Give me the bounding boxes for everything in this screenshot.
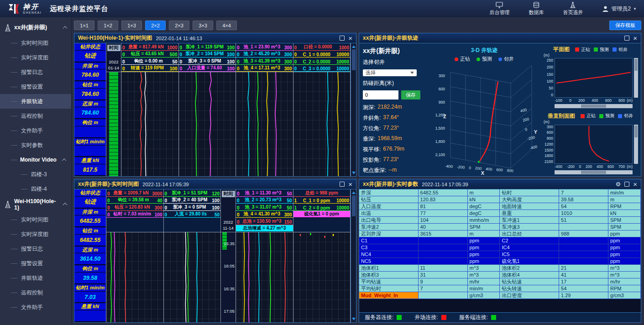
scroll-up-icon[interactable] — [352, 191, 356, 194]
tree-line — [11, 72, 17, 73]
trajectory-stat: 靶点垂深: --m — [363, 167, 429, 174]
nav-backend-management[interactable]: 后台管理 — [489, 2, 509, 16]
expand-icon[interactable] — [624, 182, 629, 187]
layout-button[interactable]: 3×3 — [193, 21, 213, 30]
connection-status: 服务器连接: — [365, 314, 402, 321]
sidebar-item[interactable]: 报警日志 — [0, 241, 71, 256]
plot-3d-title: 3-D 井轨迹 — [471, 47, 498, 54]
nav-database[interactable]: 数据库 — [529, 2, 544, 16]
tree-line — [11, 307, 17, 308]
tree-line — [11, 116, 17, 116]
param-name: 池体积3 — [359, 272, 419, 278]
sidebar-monitor-video[interactable]: Monitor Video — [0, 152, 71, 167]
horizontal-scrollbar[interactable] — [555, 104, 633, 108]
axis-tick: 200 — [547, 65, 553, 69]
sidebar-item[interactable]: 文件助手 — [0, 123, 71, 138]
layout-button[interactable]: 1×1 — [74, 21, 94, 30]
param-value: 17 — [559, 278, 608, 285]
param-unit: m^3 — [468, 272, 500, 278]
sidebar-item[interactable]: 报警日志 — [0, 65, 71, 79]
parameter-value: 6482.55 — [74, 235, 106, 246]
sidebar-item[interactable]: 远程控制 — [0, 109, 71, 123]
panel-header: xx井(新井眼)-实时时间图 2022-11-14 17:05:39 × — [74, 179, 356, 189]
param-unit: SPM — [468, 224, 500, 231]
sidebar-item[interactable]: 井眼轨迹 — [0, 94, 71, 109]
param-unit: ppm — [608, 251, 641, 258]
channel-header: 0 悬重 = 1009.7 kN 3000 — [106, 189, 163, 197]
axis-tick: 400 — [592, 98, 598, 103]
sidebar-item[interactable]: 报警设置 — [0, 79, 71, 94]
close-icon[interactable]: × — [348, 181, 352, 188]
sidebar-item[interactable]: 文件助手 — [0, 300, 71, 315]
panel-header: xx井(新井眼)-实时参数 2022-11-14 17:05:39 ⚙ × — [359, 179, 641, 189]
gear-icon[interactable]: ⚙ — [616, 181, 621, 187]
param-unit: kN — [608, 210, 641, 217]
save-template-button[interactable]: 保存模板 — [609, 21, 641, 30]
section-view-legend: 正钻 预测 — [581, 113, 633, 119]
neighbor-well-select[interactable]: 选择 — [363, 69, 417, 76]
vertical-scrollbar[interactable] — [634, 58, 638, 98]
expand-icon[interactable] — [340, 36, 345, 41]
sidebar-item-label: 报警日志 — [21, 68, 43, 76]
scrollbar-thumb[interactable] — [634, 59, 638, 71]
trajectory-stat: 方位角: 77.23° — [363, 125, 429, 132]
expand-icon[interactable] — [624, 36, 629, 41]
scrollbar-thumb[interactable] — [352, 49, 356, 70]
param-unit: g/cm3 — [608, 292, 641, 299]
parameter-value: 817.5 — [74, 164, 106, 175]
close-icon[interactable]: × — [633, 181, 637, 188]
close-icon[interactable]: × — [348, 35, 352, 42]
sidebar-item[interactable]: 实时时间图 — [0, 212, 71, 227]
layout-button[interactable]: 1×3 — [121, 21, 142, 30]
chart-track-3: 0 池_1 = 23.90 m^3 300 0 池_2 = 45.20 m^3 … — [236, 43, 293, 176]
chart-track-1: 0 悬重 = 817.49 kN 1000 0 钻压 = 43.65 kN 50… — [121, 43, 179, 176]
connection-status: 井场连接: — [414, 314, 446, 321]
layout-button[interactable]: 2×2 — [145, 21, 166, 30]
sidebar-well-weih100[interactable]: Wei-H100(Hole-1) — [0, 196, 71, 212]
sidebar-item[interactable]: 实时深度图 — [0, 50, 71, 65]
trajectory-stat: 井斜角: 37.64° — [363, 114, 429, 122]
sidebar-item[interactable]: 报警设置 — [0, 256, 71, 271]
nav-label: 后台管理 — [489, 9, 509, 16]
sidebar-item[interactable]: 实时参数 — [0, 138, 71, 152]
app: 神开 SHENKAI 远程录井监控平台 后台管理 数据库 — [0, 0, 644, 325]
layout-button[interactable]: 1×2 — [98, 21, 118, 30]
sidebar-item[interactable]: 实时深度图 — [0, 227, 71, 241]
sidebar-item-label: 远程控制 — [21, 112, 43, 120]
param-value — [559, 237, 608, 244]
sidebar-camera-item[interactable]: 四楼-3 — [0, 167, 71, 182]
layout-button[interactable]: 4×4 — [216, 21, 237, 30]
sidebar-camera-item[interactable]: 四楼-4 — [0, 182, 71, 196]
scrollbar-thumb[interactable] — [634, 126, 638, 137]
nav-home-well-select[interactable]: 首页选井 — [563, 2, 583, 16]
sidebar-item[interactable]: 实时时间图 — [0, 36, 71, 50]
collision-distance-input[interactable] — [363, 90, 398, 100]
status-indicator — [397, 315, 402, 320]
horizontal-scrollbar[interactable] — [555, 170, 633, 174]
channel-header: 0 池_4 = 41.30 m^3 300 — [236, 211, 293, 218]
scroll-down-icon[interactable] — [352, 172, 356, 174]
user-menu[interactable]: 管理员2 ▼ — [602, 5, 637, 13]
scroll-up-icon[interactable] — [352, 45, 356, 48]
scrollbar-thumb[interactable] — [581, 105, 606, 108]
plot-3d: 3006009001,2001,5001,8002,100 -400-20002… — [429, 63, 539, 174]
parameter-column: 钻井状态 钻进 井深 m 784.60 钻位 m — [74, 43, 106, 176]
vertical-scrollbar[interactable] — [351, 43, 356, 176]
scrollbar-thumb[interactable] — [581, 171, 606, 174]
sidebar-item[interactable]: 远程控制 — [0, 285, 71, 300]
channel-header: 0 总池 = 130.50 m^3 150 — [236, 218, 293, 225]
vertical-scrollbar[interactable] — [634, 125, 638, 164]
close-icon[interactable]: × — [633, 35, 637, 42]
plan-view-title: 平面图 — [553, 46, 570, 53]
sidebar-well-xx[interactable]: xx井(新井眼) — [0, 20, 71, 36]
legend-item: 预测 — [599, 113, 614, 119]
scrollbar-thumb[interactable] — [352, 195, 356, 216]
scroll-down-icon[interactable] — [352, 318, 356, 320]
sidebar-item[interactable]: 井眼轨迹 — [0, 271, 71, 285]
axis-tick: 2,100 — [435, 152, 445, 157]
expand-icon[interactable] — [340, 182, 345, 187]
param-value: 54 — [559, 203, 608, 210]
save-distance-button[interactable]: 保存 — [401, 90, 420, 100]
layout-button[interactable]: 2×3 — [169, 21, 189, 30]
vertical-scrollbar[interactable] — [351, 189, 356, 322]
